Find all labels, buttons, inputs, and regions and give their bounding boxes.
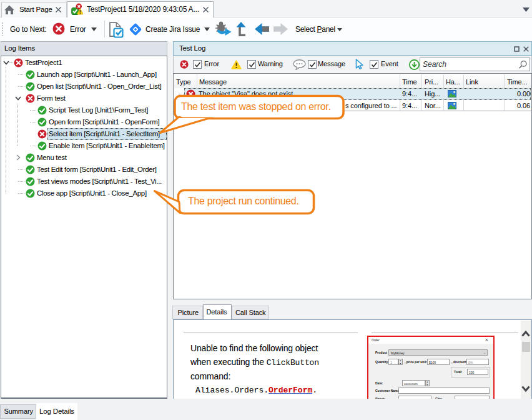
svg-text:The project run continued.: The project run continued. [188, 196, 299, 206]
svg-text:The test item was stopped on e: The test item was stopped on error. [181, 101, 331, 112]
